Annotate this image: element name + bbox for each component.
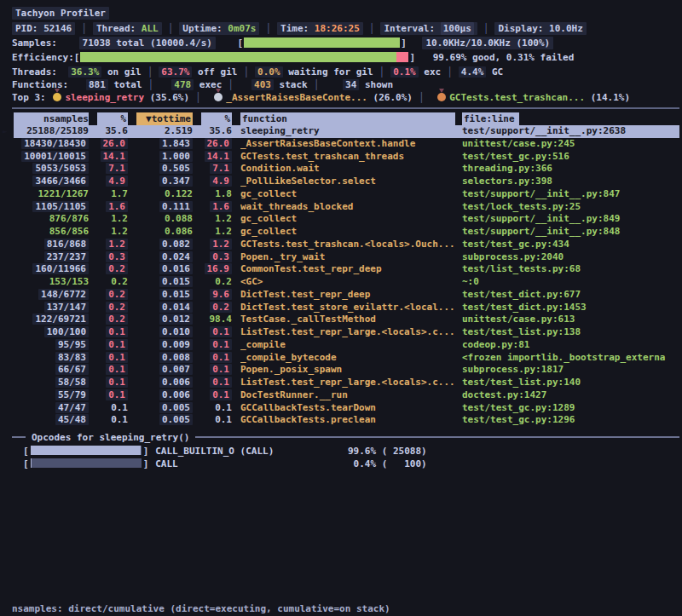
column-header-%[interactable]: % (193, 112, 232, 125)
cell-cumpct: 16.9 (193, 263, 232, 276)
cell-pct: 26.0 (89, 138, 128, 151)
status-value: 0m07s (228, 23, 256, 34)
opcode-stats: 99.6% ( 25088) (348, 445, 427, 458)
cell-function: GCTests.test_trashcan.<locals>.Ouch... (240, 239, 455, 251)
table-row[interactable]: 3466/34664.90.3474.9_PollLikeSelector.se… (14, 176, 679, 188)
table-row[interactable]: 58/580.10.0060.1ListTest.test_repr_large… (14, 377, 679, 389)
table-body: ►25188/2518935.62.51935.6sleeping_retryt… (0, 125, 682, 427)
table-row[interactable]: 83/830.10.0080.1_compile_bytecode<frozen… (14, 352, 679, 365)
cell-file-line: ~:0 (462, 276, 679, 289)
cell-cumpct: 1.2 (193, 239, 232, 251)
table-row[interactable]: 5053/50537.10.5057.1Condition.waitthread… (14, 163, 679, 176)
threads-label: Threads: (12, 66, 57, 78)
status-value: 10.0Hz (549, 23, 583, 34)
table-row[interactable]: 153/1530.20.0150.2<GC>~:0 (14, 276, 679, 289)
cell-nsamples: 45/48 (14, 414, 89, 427)
column-header-tottime[interactable]: ▼tottime (128, 112, 193, 125)
samples-bar-open: [ (238, 37, 244, 49)
cell-tottime: 0.012 (128, 314, 193, 326)
cell-nsamples: 83/83 (14, 352, 89, 365)
table-row[interactable]: 10001/1001514.11.00014.1GCTests.test_tra… (14, 151, 679, 164)
cell-pct: 35.6 (89, 125, 128, 138)
status-segment: Uptime: 0m07s (179, 22, 259, 35)
cell-tottime: 0.086 (128, 226, 193, 239)
title-row: Tachyon Profiler (0, 7, 682, 21)
footer-legend: nsamples: direct/cumulative (direct=exec… (12, 602, 390, 616)
cell-cumpct: 0.2 (193, 302, 232, 314)
table-row[interactable]: 55/790.10.0060.1DocTestRunner.__rundocte… (14, 389, 679, 402)
cell-pct: 0.2 (89, 302, 128, 314)
separator: │ (148, 79, 154, 90)
separator: │ (195, 92, 201, 103)
table-row[interactable]: 237/2370.30.0240.3Popen._try_waitsubproc… (14, 251, 679, 264)
thread-stat: 0.0% waiting for gil (255, 66, 373, 78)
cell-nsamples: 1105/1105 (14, 201, 89, 214)
cell-cumpct: 9.6 (193, 289, 232, 302)
cell-tottime: 0.008 (128, 352, 193, 365)
cell-pct: 0.1 (89, 326, 128, 339)
opcode-bar (31, 458, 142, 468)
status-value: 18:26:25 (315, 23, 360, 34)
cell-function: DictTest.test_store_evilattr.<local... (240, 302, 455, 314)
table-row[interactable]: 876/8761.20.0881.2gc_collecttest/support… (14, 213, 679, 226)
cell-cumpct: 35.6 (193, 125, 232, 138)
status-segment: Interval: 100µs (380, 22, 477, 35)
cell-cumpct: 0.1 (193, 352, 232, 365)
cell-pct: 0.2 (89, 314, 128, 326)
cell-function: GCCallbackTests.tearDown (240, 402, 455, 415)
column-header-file-line[interactable]: file:line (462, 112, 679, 125)
table-row[interactable]: 47/470.10.0050.1GCCallbackTests.tearDown… (14, 402, 679, 415)
app-title: Tachyon Profiler (12, 7, 109, 20)
cell-function: gc_collect (240, 226, 455, 239)
table-row[interactable]: 1221/12671.70.1221.8gc_collecttest/suppo… (14, 188, 679, 201)
opcode-bar (31, 446, 142, 455)
cell-file-line: subprocess.py:1817 (462, 364, 679, 377)
cell-cumpct: 0.1 (193, 339, 232, 352)
cell-function: GCTests.test_trashcan_threads (240, 151, 455, 164)
cell-nsamples: 237/237 (14, 251, 89, 264)
cell-nsamples: 1221/1267 (14, 188, 89, 201)
table-row[interactable]: 66/670.10.0070.1Popen._posix_spawnsubpro… (14, 364, 679, 377)
cell-cumpct: 1.2 (193, 213, 232, 226)
separator: │ (228, 79, 234, 90)
table-row[interactable]: 137/1470.20.0140.2DictTest.test_store_ev… (14, 302, 679, 314)
footer: nsamples: direct/cumulative (direct=exec… (12, 573, 390, 616)
table-row[interactable]: 856/8561.20.0861.2gc_collecttest/support… (14, 226, 679, 239)
cell-nsamples: 122/69721 (14, 314, 89, 326)
column-header-%[interactable]: % (89, 112, 128, 125)
cell-cumpct: 14.1 (193, 151, 232, 164)
table-row[interactable]: 95/950.10.0090.1_compilecodeop.py:81 (14, 339, 679, 352)
cell-cumpct: 0.1 (193, 364, 232, 377)
table-row[interactable]: ►25188/2518935.62.51935.6sleeping_retryt… (14, 125, 679, 138)
cell-nsamples: 10001/10015 (14, 151, 89, 164)
medal-silver-icon (214, 93, 223, 101)
table-row[interactable]: 148/67720.20.0159.6DictTest.test_repr_de… (14, 289, 679, 302)
table-row[interactable]: 100/1000.10.0100.1ListTest.test_repr_lar… (14, 326, 679, 339)
cell-function: _AssertRaisesBaseContext.handle (240, 138, 455, 151)
table-row[interactable]: 45/480.10.0050.1GCCallbackTests.preclean… (14, 414, 679, 427)
table-row[interactable]: 122/697210.20.01298.4TestCase._callTestM… (14, 314, 679, 326)
cell-tottime: 1.000 (128, 151, 193, 164)
cell-pct: 0.1 (89, 389, 128, 402)
separator: │ (314, 79, 320, 90)
cell-nsamples: 160/11966 (14, 263, 89, 276)
column-header-nsamples[interactable]: nsamples (14, 112, 89, 125)
cell-tottime: 0.505 (128, 163, 193, 176)
status-value: 52146 (43, 23, 72, 34)
cell-function: Popen._try_wait (240, 251, 455, 264)
table-row[interactable]: 1105/11051.60.1111.6wait_threads_blocked… (14, 201, 679, 214)
cell-cumpct: 1.2 (193, 226, 232, 239)
opcode-name: CALL (155, 458, 178, 469)
cell-pct: 4.9 (89, 176, 128, 188)
table-row[interactable]: 816/8681.20.0821.2GCTests.test_trashcan.… (14, 239, 679, 251)
table-row[interactable]: 18430/1843026.01.84326.0_AssertRaisesBas… (14, 138, 679, 151)
cell-pct: 7.1 (89, 163, 128, 176)
cell-file-line: test/test_dict.py:677 (462, 289, 679, 302)
table-row[interactable]: 160/119660.20.01616.9CommonTest.test_rep… (14, 263, 679, 276)
samples-summary: 71038 total (10000.4/s) (79, 37, 216, 49)
cell-cumpct: 0.1 (193, 414, 232, 427)
column-header-function[interactable]: function (240, 112, 455, 125)
cell-function: DocTestRunner.__run (240, 389, 455, 402)
samples-rate: 10.0KHz/10.0KHz (100%) (422, 37, 553, 49)
cell-cumpct: 4.9 (193, 176, 232, 188)
